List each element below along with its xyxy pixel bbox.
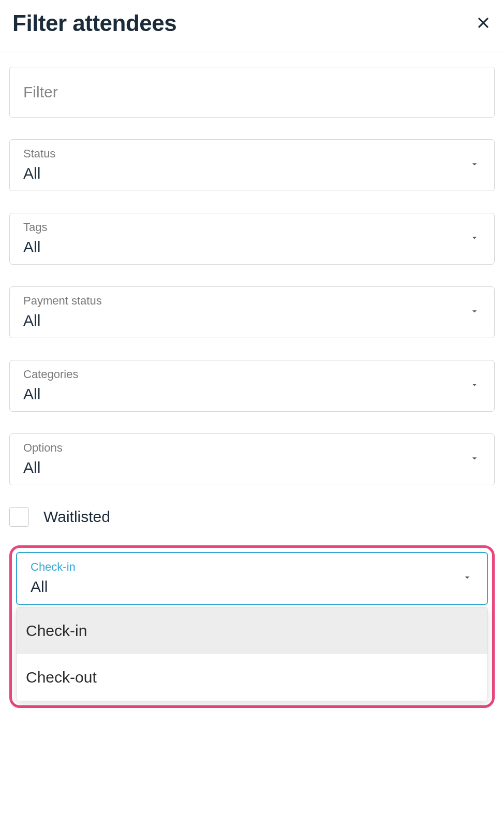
options-value: All xyxy=(23,459,481,476)
payment-status-value: All xyxy=(23,312,481,329)
tags-select[interactable]: Tags All xyxy=(9,213,495,265)
dialog-header: Filter attendees xyxy=(0,0,504,52)
options-select[interactable]: Options All xyxy=(9,433,495,485)
categories-select-group: Categories All xyxy=(9,360,495,412)
categories-select[interactable]: Categories All xyxy=(9,360,495,412)
checkin-option-checkout[interactable]: Check-out xyxy=(17,654,487,701)
status-select[interactable]: Status All xyxy=(9,139,495,191)
options-select-group: Options All xyxy=(9,433,495,485)
checkin-highlight: Check-in All Check-in Check-out xyxy=(9,545,495,708)
payment-status-select[interactable]: Payment status All xyxy=(9,286,495,338)
categories-value: All xyxy=(23,385,481,403)
chevron-down-icon xyxy=(469,380,480,392)
filter-input[interactable] xyxy=(9,67,495,118)
chevron-down-icon xyxy=(469,453,480,466)
status-label: Status xyxy=(23,147,481,161)
chevron-down-icon xyxy=(469,306,480,318)
tags-value: All xyxy=(23,238,481,256)
page-title: Filter attendees xyxy=(12,10,176,36)
options-label: Options xyxy=(23,441,481,455)
payment-status-select-group: Payment status All xyxy=(9,286,495,338)
waitlisted-label: Waitlisted xyxy=(43,508,110,526)
tags-label: Tags xyxy=(23,221,481,234)
checkin-value: All xyxy=(31,578,473,596)
checkin-dropdown-menu: Check-in Check-out xyxy=(16,607,488,701)
close-button[interactable] xyxy=(475,15,492,32)
categories-label: Categories xyxy=(23,368,481,381)
close-icon xyxy=(476,16,491,32)
checkin-select[interactable]: Check-in All xyxy=(16,552,488,605)
chevron-down-icon xyxy=(462,572,472,585)
chevron-down-icon xyxy=(469,159,480,171)
checkin-label: Check-in xyxy=(31,560,473,574)
status-select-group: Status All xyxy=(9,139,495,191)
chevron-down-icon xyxy=(469,233,480,245)
checkin-option-checkin[interactable]: Check-in xyxy=(17,607,487,654)
dialog-body: Status All Tags All Payment status All C… xyxy=(0,52,504,717)
waitlisted-row: Waitlisted xyxy=(9,507,495,527)
status-value: All xyxy=(23,165,481,182)
tags-select-group: Tags All xyxy=(9,213,495,265)
waitlisted-checkbox[interactable] xyxy=(9,507,29,527)
payment-status-label: Payment status xyxy=(23,294,481,308)
